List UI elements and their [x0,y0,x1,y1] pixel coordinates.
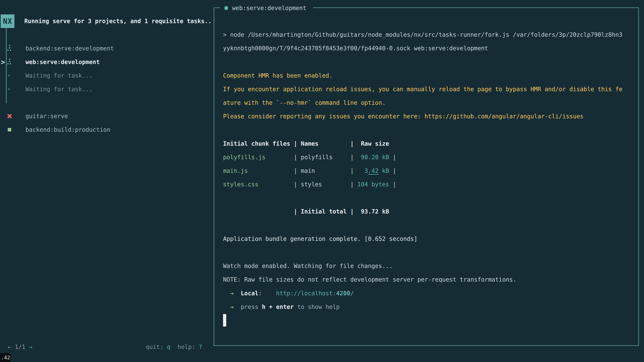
terminal-line: Component HMR has been enabled. [223,69,632,82]
terminal-line [223,55,632,69]
terminal-text: If you encounter application reload issu… [223,86,622,92]
terminal-text: Component HMR has been enabled. [223,72,332,79]
terminal-text: Watch mode enabled. Watching for file ch… [223,263,392,269]
terminal-text: Local [241,290,258,297]
terminal-text: Initial chunk files | Names | Raw size [223,140,389,147]
terminal-text: | styles | [258,181,358,188]
waiting-dot-icon [8,75,10,76]
terminal-text: | [389,167,396,174]
terminal-line: polyfills.js | polyfills | 90.20 kB | [223,150,632,164]
screen-corner-overlay: .42 [0,353,10,362]
help-key: ? [199,344,202,350]
pager-next-arrow-icon[interactable]: → [29,344,32,350]
terminal-line: styles.css | styles | 104 bytes | [223,178,632,191]
terminal-line: Please consider reporting any issues you… [223,110,632,123]
localhost-link[interactable]: http://localhost: [276,290,336,297]
task-group-running: backend:serve:development>web:serve:deve… [0,41,213,96]
terminal-cursor [223,314,226,327]
terminal-line [223,191,632,205]
terminal-text: .42 [368,167,378,174]
task-label: Waiting for task... [26,86,92,92]
terminal-text: > node /Users/mhartington/Github/guitars… [223,31,622,38]
terminal-line: | Initial total | 93.72 kB [223,205,632,218]
terminal-text: ature with the `--no-hmr` command line o… [223,99,386,106]
terminal-text: press [241,304,262,310]
task-output-panel: web:serve:development > node /Users/mhar… [214,7,639,346]
terminal-text: kB [378,167,389,174]
terminal-text: to show help [294,304,340,310]
terminal-text: | Initial total | 93.72 kB [223,208,389,215]
terminal-text: 104 bytes [358,181,389,188]
terminal-line [223,219,632,232]
task-row[interactable]: backend:build:production [0,123,213,136]
help-hint-label: help: [178,344,195,350]
terminal-text: | [389,154,396,161]
success-square-icon [8,128,11,131]
terminal-text: 90.20 kB [361,154,389,161]
task-row[interactable]: guitar:serve [0,109,213,123]
task-label: Waiting for task... [26,72,92,79]
terminal-text: : [258,290,276,297]
terminal-text: Application bundle generation complete. … [223,236,418,242]
terminal-line: > node /Users/mhartington/Github/guitars… [223,28,632,41]
pager-prev-arrow-icon[interactable]: ← [8,344,11,350]
running-status-dot-icon [224,6,228,10]
terminal-text: 3 [364,167,368,174]
terminal-line: yyknnbtgh0000gn/T/9f4c243785f8453e3f00/f… [223,41,632,55]
terminal-line: NOTE: Raw file sizes do not reflect deve… [223,273,632,286]
terminal-line: If you encounter application reload issu… [223,82,632,96]
failed-cross-icon [7,114,12,119]
terminal-line [223,246,632,259]
terminal-line: Initial chunk files | Names | Raw size [223,137,632,150]
terminal-text: h + enter [262,304,294,310]
terminal-text [234,304,241,310]
task-label: backend:build:production [26,126,110,133]
waiting-dot-icon [8,88,10,90]
terminal-text: Please consider reporting any issues you… [223,113,584,120]
terminal-output: > node /Users/mhartington/Github/guitars… [223,28,632,327]
localhost-link[interactable]: 4200 [336,290,350,297]
nx-terminal-screen: NX Running serve for 3 projects, and 1 r… [0,0,644,362]
terminal-line: ature with the `--no-hmr` command line o… [223,96,632,110]
localhost-link[interactable]: / [350,290,354,297]
task-pager: ←1/1→ [8,343,32,351]
selected-pointer-icon: > [1,58,5,66]
terminal-line [223,314,632,327]
terminal-text [223,304,230,310]
task-label: web:serve:development [26,59,100,65]
terminal-text [223,290,230,297]
terminal-line [223,123,632,137]
pager-position: 1/1 [15,344,25,350]
terminal-text: main.js [223,167,248,174]
task-row[interactable]: Waiting for task... [0,69,213,82]
terminal-text: | polyfills | [266,154,361,161]
task-group-finished: guitar:servebackend:build:production [0,109,213,136]
terminal-line: main.js | main | 3.42 kB | [223,164,632,178]
terminal-text: polyfills.js [223,154,266,161]
terminal-text: | [389,181,396,188]
terminal-text [234,290,241,297]
quit-key: q [167,344,170,350]
panel-title-text: web:serve:development [232,5,306,11]
terminal-text: styles.css [223,181,258,188]
quit-hint-label: quit: [146,344,163,350]
terminal-line: Application bundle generation complete. … [223,232,632,246]
panel-title: web:serve:development [220,4,313,12]
terminal-text: yyknnbtgh0000gn/T/9f4c243785f8453e3f00/f… [223,45,488,52]
task-label: backend:serve:development [26,45,114,52]
keyboard-hints: quit:qhelp:? [146,343,202,351]
arrow-icon: → [230,304,234,310]
terminal-line: Watch mode enabled. Watching for file ch… [223,259,632,273]
spinner-icon [8,45,12,52]
task-row[interactable]: backend:serve:development [0,41,213,55]
task-row[interactable]: Waiting for task... [0,82,213,96]
nx-logo: NX [1,14,14,28]
arrow-icon: → [230,290,234,297]
terminal-line: → press h + enter to show help [223,300,632,314]
spinner-icon [8,58,12,66]
terminal-text: NOTE: Raw file sizes do not reflect deve… [223,276,516,283]
task-label: guitar:serve [26,113,68,119]
terminal-line: → Local: http://localhost:4200/ [223,287,632,300]
task-row[interactable]: >web:serve:development [0,55,213,69]
run-summary-title: Running serve for 3 projects, and 1 requ… [24,14,212,28]
